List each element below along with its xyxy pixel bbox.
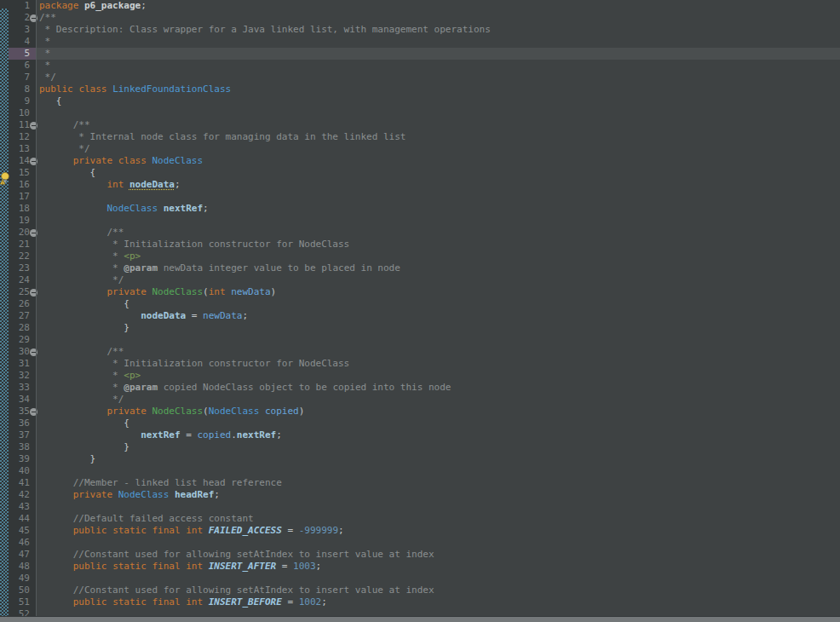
code-line[interactable]: 36 { xyxy=(0,418,840,429)
code-line[interactable]: 19 xyxy=(0,215,840,227)
code-line[interactable]: 32 * <p> xyxy=(0,370,840,382)
code-text: } xyxy=(39,322,840,334)
code-line[interactable]: 3 * Description: Class wrapper for a Jav… xyxy=(0,24,840,36)
code-line[interactable]: 28 } xyxy=(0,322,840,334)
fold-slot[interactable] xyxy=(30,12,39,24)
code-line[interactable]: 43 xyxy=(0,501,840,513)
code-line[interactable]: 37 nextRef = copied.nextRef; xyxy=(0,429,840,441)
code-line[interactable]: 38 } xyxy=(0,441,840,453)
fold-slot xyxy=(30,131,39,143)
code-text: /** xyxy=(39,12,840,24)
code-line[interactable]: 4 * xyxy=(0,36,840,48)
code-line[interactable]: 11 /** xyxy=(0,119,840,131)
fold-slot xyxy=(30,465,39,477)
code-line[interactable]: 45 public static final int FAILED_ACCESS… xyxy=(0,525,840,537)
fold-slot xyxy=(30,573,39,585)
code-line[interactable]: 33 * @param copied NodeClass object to b… xyxy=(0,382,840,394)
code-line[interactable]: 9 { xyxy=(0,95,840,107)
code-line[interactable]: 24 */ xyxy=(0,274,840,286)
code-line[interactable]: 1package p6_package; xyxy=(0,0,840,12)
fold-slot xyxy=(30,334,39,346)
fold-slot xyxy=(30,215,39,227)
fold-slot xyxy=(30,36,39,48)
code-line[interactable]: 22 * <p> xyxy=(0,251,840,262)
code-line[interactable]: 50 //Constant used for allowing setAtInd… xyxy=(0,585,840,596)
code-text: { xyxy=(39,298,840,310)
code-text: * xyxy=(39,36,840,48)
code-line[interactable]: 35 private NodeClass(NodeClass copied) xyxy=(0,406,840,418)
fold-slot xyxy=(30,585,39,596)
fold-slot xyxy=(30,501,39,513)
fold-slot[interactable] xyxy=(30,119,39,131)
code-line[interactable]: 34 */ xyxy=(0,394,840,406)
code-text: } xyxy=(39,441,840,453)
code-line[interactable]: 40 xyxy=(0,465,840,477)
lightbulb-svg xyxy=(0,172,11,185)
fold-slot[interactable] xyxy=(30,406,39,418)
code-line[interactable]: 16 int nodeData; xyxy=(0,179,840,191)
code-text: nodeData = newData; xyxy=(39,310,840,322)
code-line[interactable]: 27 nodeData = newData; xyxy=(0,310,840,322)
code-line[interactable]: 42 private NodeClass headRef; xyxy=(0,489,840,501)
fold-slot[interactable] xyxy=(30,155,39,167)
code-text: //Member - linked list head reference xyxy=(39,477,840,489)
code-line[interactable]: 5 * xyxy=(0,48,840,60)
code-line[interactable]: 2/** xyxy=(0,12,840,24)
fold-slot[interactable] xyxy=(30,286,39,298)
code-line[interactable]: 7 */ xyxy=(0,72,840,84)
intention-lightbulb-icon[interactable] xyxy=(0,172,11,185)
fold-slot xyxy=(30,274,39,286)
fold-slot xyxy=(30,513,39,525)
code-line[interactable]: 10 xyxy=(0,107,840,119)
code-line[interactable]: 21 * Initialization constructor for Node… xyxy=(0,239,840,251)
ide-editor-window: { "colors": { "bg": "#3E4243", "gutter":… xyxy=(0,0,840,622)
code-text: } xyxy=(39,453,840,465)
fold-slot xyxy=(30,60,39,72)
code-text: { xyxy=(39,418,840,429)
code-line[interactable]: 47 //Constant used for allowing setAtInd… xyxy=(0,549,840,561)
code-line[interactable]: 12 * Internal node class for managing da… xyxy=(0,131,840,143)
code-line[interactable]: 51 public static final int INSERT_BEFORE… xyxy=(0,596,840,608)
code-line[interactable]: 15 { xyxy=(0,167,840,179)
code-line[interactable]: 23 * @param newData integer value to be … xyxy=(0,262,840,274)
code-line[interactable]: 14 private class NodeClass xyxy=(0,155,840,167)
code-text xyxy=(39,537,840,549)
fold-slot[interactable] xyxy=(30,346,39,358)
code-line[interactable]: 39 } xyxy=(0,453,840,465)
code-line[interactable]: 13 */ xyxy=(0,143,840,155)
code-text: nextRef = copied.nextRef; xyxy=(39,429,840,441)
code-rows[interactable]: 1package p6_package;2/**3 * Description:… xyxy=(0,0,840,620)
fold-slot[interactable] xyxy=(30,227,39,239)
code-line[interactable]: 20 /** xyxy=(0,227,840,239)
code-line[interactable]: 48 public static final int INSERT_AFTER … xyxy=(0,561,840,573)
code-text: * Internal node class for managing data … xyxy=(39,131,840,143)
code-line[interactable]: 26 { xyxy=(0,298,840,310)
code-text: /** xyxy=(39,119,840,131)
code-line[interactable]: 30 /** xyxy=(0,346,840,358)
code-line[interactable]: 6 * xyxy=(0,60,840,72)
code-text: private class NodeClass xyxy=(39,155,840,167)
fold-slot xyxy=(30,191,39,203)
code-line[interactable]: 25 private NodeClass(int newData) xyxy=(0,286,840,298)
fold-slot xyxy=(30,370,39,382)
code-text: //Constant used for allowing setAtIndex … xyxy=(39,549,840,561)
code-line[interactable]: 31 * Initialization constructor for Node… xyxy=(0,358,840,370)
code-line[interactable]: 49 xyxy=(0,573,840,585)
fold-slot xyxy=(30,453,39,465)
code-text xyxy=(39,465,840,477)
code-line[interactable]: 44 //Default failed access constant xyxy=(0,513,840,525)
fold-slot xyxy=(30,143,39,155)
code-line[interactable]: 17 xyxy=(0,191,840,203)
code-line[interactable]: 46 xyxy=(0,537,840,549)
code-line[interactable]: 18 NodeClass nextRef; xyxy=(0,203,840,215)
code-text: //Constant used for allowing setAtIndex … xyxy=(39,585,840,596)
code-text: { xyxy=(39,95,840,107)
code-text: */ xyxy=(39,143,840,155)
code-line[interactable]: 29 xyxy=(0,334,840,346)
code-text: int nodeData; xyxy=(39,179,840,191)
code-line[interactable]: 8public class LinkedFoundationClass xyxy=(0,84,840,95)
code-text: package p6_package; xyxy=(39,0,840,12)
horizontal-scrollbar[interactable] xyxy=(0,616,840,622)
code-text xyxy=(39,191,840,203)
code-line[interactable]: 41 //Member - linked list head reference xyxy=(0,477,840,489)
